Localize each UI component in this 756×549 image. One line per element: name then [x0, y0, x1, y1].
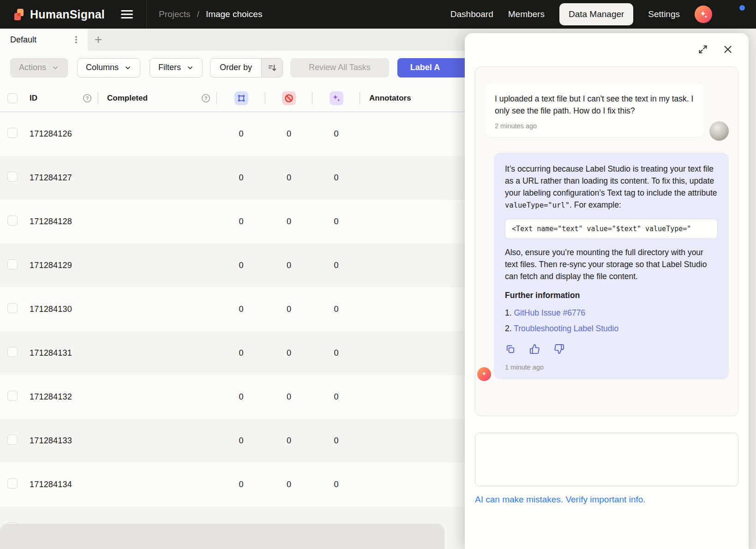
ai-assistant-button[interactable] — [695, 6, 712, 23]
user-avatar[interactable] — [727, 6, 744, 23]
chat-composer-input[interactable] — [475, 433, 738, 486]
ai-disclaimer-link[interactable]: AI can make mistakes. Verify important i… — [475, 495, 646, 505]
task-annotations-count: 0 — [217, 261, 265, 270]
completed-header-label: Completed — [107, 94, 148, 103]
label-all-tasks-button[interactable]: Label A — [397, 58, 476, 78]
label-all-tasks-label: Label A — [410, 63, 440, 72]
column-header-cancelled[interactable] — [265, 84, 312, 112]
nav-item-dashboard[interactable]: Dashboard — [450, 9, 493, 19]
assistant-response-actions — [505, 344, 718, 354]
user-message-bubble: I uploaded a text file but I can't see t… — [485, 84, 705, 137]
task-id: 171284127 — [22, 173, 98, 183]
task-cancelled-count: 0 — [265, 348, 312, 358]
sort-direction-button[interactable] — [261, 59, 282, 77]
code-block-text: <Text name="text" value="$text" valueTyp… — [512, 225, 691, 233]
user-message: I uploaded a text file but I can't see t… — [485, 84, 729, 137]
user-message-text: I uploaded a text file but I can't see t… — [495, 93, 695, 117]
task-cancelled-count: 0 — [265, 480, 312, 489]
nav-item-members[interactable]: Members — [508, 9, 545, 19]
reference-item: 1. GitHub Issue #6776 — [505, 305, 718, 321]
select-all-checkbox[interactable] — [7, 93, 18, 103]
humansignal-logo-icon — [13, 8, 25, 21]
copy-response-icon[interactable] — [505, 344, 516, 354]
task-predictions-count: 0 — [312, 480, 360, 489]
tab-default[interactable]: Default — [0, 29, 88, 51]
help-icon[interactable]: ? — [83, 94, 92, 103]
actions-dropdown[interactable]: Actions — [10, 58, 68, 78]
sort-icon — [268, 63, 277, 72]
row-checkbox[interactable] — [7, 128, 18, 138]
predictions-icon — [330, 91, 343, 105]
task-cancelled-count: 0 — [265, 436, 312, 446]
github-issue-link[interactable]: GitHub Issue #6776 — [514, 308, 585, 317]
top-navbar: HumanSignal Projects / Image choices Das… — [0, 0, 756, 29]
row-checkbox[interactable] — [7, 435, 18, 445]
horizontal-scrollbar[interactable] — [0, 524, 444, 549]
add-tab-button[interactable]: + — [88, 29, 109, 51]
task-id: 171284131 — [22, 348, 98, 358]
task-predictions-count: 0 — [312, 217, 360, 227]
task-id: 171284128 — [22, 217, 98, 227]
assistant-message-bubble: It’s occurring because Label Studio is t… — [494, 153, 729, 379]
task-cancelled-count: 0 — [265, 129, 312, 139]
reference-number: 2. — [505, 324, 512, 333]
tab-options-kebab-icon[interactable] — [70, 33, 82, 46]
user-chat-avatar — [709, 121, 729, 141]
task-cancelled-count: 0 — [265, 217, 312, 227]
code-block[interactable]: <Text name="text" value="$text" valueTyp… — [505, 219, 718, 239]
row-checkbox[interactable] — [7, 215, 18, 226]
select-all-cell — [0, 84, 22, 112]
row-checkbox[interactable] — [7, 478, 18, 489]
filters-dropdown[interactable]: Filters — [150, 58, 203, 78]
further-information-heading: Further information — [505, 291, 718, 300]
task-predictions-count: 0 — [312, 304, 360, 314]
thumbs-down-icon[interactable] — [554, 344, 564, 354]
column-header-annotations[interactable] — [217, 84, 265, 112]
chat-message-list: I uploaded a text file but I can't see t… — [475, 66, 738, 416]
row-checkbox[interactable] — [7, 259, 18, 269]
nav-item-data-manager[interactable]: Data Manager — [559, 3, 633, 25]
column-header-completed[interactable]: Completed ? — [98, 84, 217, 112]
order-by-control[interactable]: Order by — [210, 58, 283, 78]
expand-panel-icon[interactable] — [697, 43, 709, 55]
review-all-tasks-label: Review All Tasks — [309, 63, 371, 72]
troubleshooting-link[interactable]: Troubleshooting Label Studio — [514, 324, 618, 333]
column-header-id[interactable]: ID ? — [22, 84, 98, 112]
task-id: 171284129 — [22, 261, 98, 270]
task-annotations-count: 0 — [217, 480, 265, 489]
hamburger-menu-icon[interactable] — [120, 10, 133, 19]
row-checkbox[interactable] — [7, 347, 18, 357]
assistant-sparkle-avatar — [477, 367, 491, 381]
thumbs-up-icon[interactable] — [529, 344, 540, 354]
assistant-message: It’s occurring because Label Studio is t… — [494, 153, 729, 379]
window-scroll-gutter — [749, 29, 756, 549]
review-all-tasks-button[interactable]: Review All Tasks — [290, 58, 389, 78]
nav-item-settings[interactable]: Settings — [648, 9, 680, 19]
breadcrumb: Projects / Image choices — [159, 9, 262, 19]
humansignal-logo[interactable]: HumanSignal — [13, 8, 105, 21]
assistant-paragraph-2: Also, ensure you’re mounting the full di… — [505, 246, 718, 282]
row-checkbox[interactable] — [7, 172, 18, 182]
assistant-paragraph-1: It’s occurring because Label Studio is t… — [505, 163, 718, 211]
row-checkbox[interactable] — [7, 303, 18, 313]
help-icon[interactable]: ? — [201, 94, 210, 103]
breadcrumb-projects[interactable]: Projects — [159, 9, 191, 19]
id-header-label: ID — [30, 94, 37, 103]
close-panel-icon[interactable] — [722, 43, 734, 55]
reference-item: 2. Troubleshooting Label Studio — [505, 321, 718, 336]
sparkle-icon — [698, 9, 708, 19]
task-id: 171284126 — [22, 129, 98, 139]
assistant-text: . For example: — [570, 200, 621, 209]
column-header-predictions[interactable] — [312, 84, 360, 112]
task-annotations-count: 0 — [217, 348, 265, 358]
task-annotations-count: 0 — [217, 217, 265, 227]
row-checkbox[interactable] — [7, 391, 18, 401]
svg-text:?: ? — [86, 95, 89, 101]
inline-code: valueType="url" — [505, 201, 570, 209]
task-annotations-count: 0 — [217, 436, 265, 446]
columns-dropdown[interactable]: Columns — [77, 58, 140, 78]
task-cancelled-count: 0 — [265, 261, 312, 270]
columns-label: Columns — [86, 63, 119, 72]
svg-text:?: ? — [204, 95, 208, 101]
annotation-results-icon — [234, 91, 248, 105]
